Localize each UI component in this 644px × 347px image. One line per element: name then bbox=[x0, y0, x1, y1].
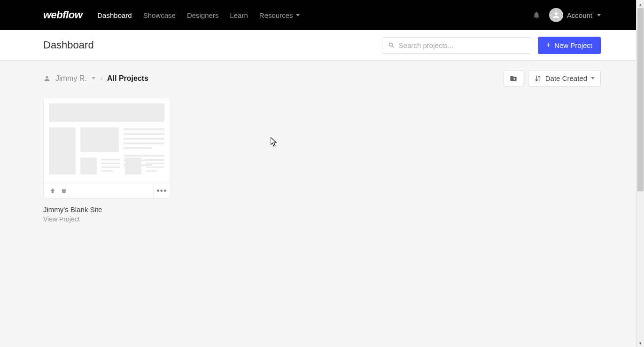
view-project-link[interactable]: View Project bbox=[43, 215, 601, 223]
topbar-left: webflow Dashboard Showcase Designers Lea… bbox=[43, 9, 300, 21]
person-icon bbox=[43, 75, 51, 82]
search-icon bbox=[388, 42, 395, 49]
vertical-scrollbar[interactable]: ▴ ▾ bbox=[636, 0, 644, 347]
nav-showcase[interactable]: Showcase bbox=[143, 11, 176, 19]
subheader: Dashboard + New Project bbox=[0, 30, 644, 61]
caret-down-icon bbox=[591, 77, 595, 79]
nav-designers[interactable]: Designers bbox=[187, 11, 219, 19]
avatar bbox=[549, 8, 563, 22]
topbar: webflow Dashboard Showcase Designers Lea… bbox=[0, 0, 644, 30]
scroll-down-arrow[interactable]: ▾ bbox=[636, 339, 644, 347]
scroll-thumb[interactable] bbox=[637, 8, 644, 191]
breadcrumb-user[interactable]: Jimmy R. bbox=[55, 74, 87, 83]
search-wrap[interactable] bbox=[382, 37, 531, 54]
publish-icon[interactable] bbox=[49, 188, 56, 194]
nav-resources-label: Resources bbox=[259, 11, 293, 19]
breadcrumb-current: All Projects bbox=[107, 74, 148, 83]
view-toolbar: Date Created bbox=[504, 70, 601, 87]
page-title: Dashboard bbox=[43, 39, 94, 51]
chevron-down-icon bbox=[296, 14, 300, 16]
new-folder-button[interactable] bbox=[504, 70, 523, 87]
search-input[interactable] bbox=[399, 41, 525, 49]
bell-icon[interactable] bbox=[532, 11, 541, 19]
project-card-wrap: ••• Jimmy's Blank Site View Project bbox=[43, 98, 601, 223]
nav-learn[interactable]: Learn bbox=[230, 11, 248, 19]
plus-icon: + bbox=[546, 41, 551, 49]
nav-dashboard[interactable]: Dashboard bbox=[97, 11, 132, 19]
breadcrumb-row: Jimmy R. › All Projects Date Created bbox=[43, 70, 601, 87]
new-project-label: New Project bbox=[554, 41, 592, 49]
sort-button[interactable]: Date Created bbox=[528, 70, 601, 87]
account-menu[interactable]: Account bbox=[549, 8, 601, 22]
account-label: Account bbox=[567, 11, 592, 19]
folder-add-icon bbox=[510, 75, 517, 82]
scroll-up-arrow[interactable]: ▴ bbox=[636, 0, 644, 8]
subheader-actions: + New Project bbox=[382, 37, 601, 54]
chevron-right-icon: › bbox=[100, 74, 102, 83]
sort-icon bbox=[534, 75, 542, 82]
person-icon bbox=[552, 11, 560, 19]
content: Jimmy R. › All Projects Date Created bbox=[0, 61, 644, 232]
sort-label: Date Created bbox=[545, 74, 587, 82]
caret-down-icon[interactable] bbox=[92, 77, 95, 79]
project-meta: Jimmy's Blank Site View Project bbox=[43, 205, 601, 223]
project-thumbnail bbox=[44, 98, 170, 183]
project-card-badges bbox=[44, 188, 73, 194]
project-card-menu[interactable]: ••• bbox=[154, 183, 170, 198]
project-card[interactable]: ••• bbox=[43, 98, 170, 199]
logo[interactable]: webflow bbox=[43, 9, 82, 21]
store-icon[interactable] bbox=[61, 188, 67, 194]
nav-resources[interactable]: Resources bbox=[259, 11, 300, 19]
topbar-right: Account bbox=[532, 8, 601, 22]
chevron-down-icon bbox=[597, 14, 601, 16]
new-project-button[interactable]: + New Project bbox=[538, 37, 601, 54]
breadcrumb: Jimmy R. › All Projects bbox=[43, 74, 148, 83]
project-card-footer: ••• bbox=[44, 183, 170, 198]
project-title: Jimmy's Blank Site bbox=[43, 205, 601, 213]
